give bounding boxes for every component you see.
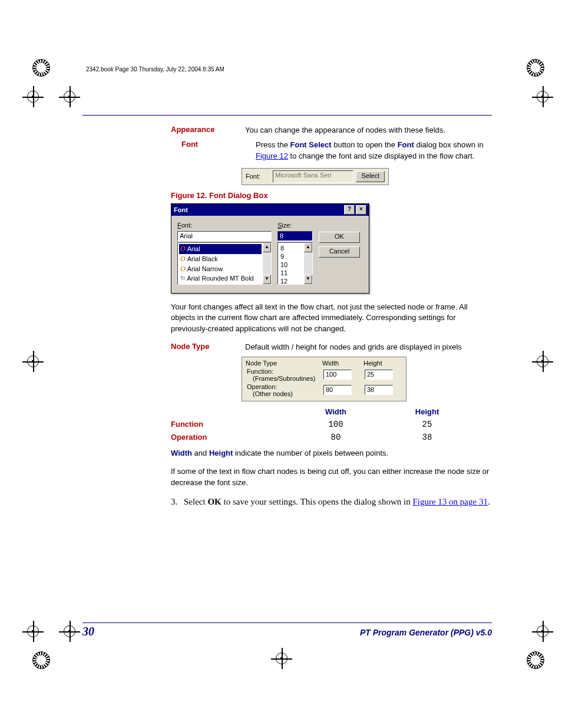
cutoff-paragraph: If some of the text in flow chart nodes … xyxy=(171,466,492,489)
font-dialog-titlebar: Font ? × xyxy=(171,204,369,216)
list-item[interactable]: 8 xyxy=(279,244,303,252)
crosshair-icon xyxy=(59,621,80,642)
crosshair-icon xyxy=(532,86,553,107)
crosshair-icon xyxy=(532,621,553,642)
font-bar-field[interactable]: Microsoft Sans Seri xyxy=(273,170,353,183)
scroll-down-icon[interactable]: ▼ xyxy=(304,275,312,284)
size-input[interactable]: 8 xyxy=(277,231,313,241)
page-number: 30 xyxy=(82,625,94,638)
function-height-input[interactable]: 25 xyxy=(365,370,393,380)
ok-button[interactable]: OK xyxy=(319,232,360,243)
truetype-icon: Tr xyxy=(180,284,185,285)
list-item[interactable]: 11 xyxy=(279,269,303,277)
opentype-icon: O xyxy=(180,245,186,253)
appearance-heading: Appearance xyxy=(171,125,214,134)
row-label: Function: (Frames/Subroutines) xyxy=(246,368,323,382)
opentype-icon: O xyxy=(180,255,186,263)
print-header: 2342.book Page 30 Thursday, July 22, 200… xyxy=(86,66,224,73)
appearance-text: You can change the appearance of nodes w… xyxy=(245,125,492,136)
scrollbar[interactable]: ▲ ▼ xyxy=(263,243,271,284)
table-row-operation: Operation xyxy=(171,433,207,442)
table-cell: 25 xyxy=(383,420,471,429)
list-item[interactable]: OArial Black xyxy=(179,254,262,264)
col-header-height: Height xyxy=(363,360,399,367)
figure-13-link[interactable]: Figure 13 on page 31 xyxy=(412,497,487,506)
font-field-label: Font: xyxy=(177,222,272,229)
font-text: Press the Font Select button to open the… xyxy=(256,140,492,162)
table-row-function: Function xyxy=(171,420,203,429)
col-header-nodetype: Node Type xyxy=(246,360,322,367)
nodetype-panel: Node Type Width Height Function: (Frames… xyxy=(242,357,406,401)
table-col-height: Height xyxy=(415,407,439,416)
table-cell: 80 xyxy=(289,433,383,442)
font-dialog-title: Font xyxy=(174,206,343,213)
crosshair-icon xyxy=(22,621,44,642)
step-3: 3. Select OK to save your settings. This… xyxy=(171,495,492,509)
font-bar: Font: Microsoft Sans Seri Select xyxy=(242,168,389,185)
font-list[interactable]: OArial OArial Black OArial Narrow TrAria… xyxy=(177,242,272,285)
crosshair-icon xyxy=(271,648,292,669)
page-rule xyxy=(82,115,492,116)
scroll-up-icon[interactable]: ▲ xyxy=(304,243,312,252)
list-item[interactable]: OArial xyxy=(179,244,262,254)
nodetype-text: Default width / height for nodes and gri… xyxy=(245,342,492,353)
book-title: PT Program Generator (PPG) v5.0 xyxy=(94,628,492,637)
list-item[interactable]: 12 xyxy=(279,277,303,285)
table-cell: 100 xyxy=(289,420,383,429)
nodetype-heading: Node Type xyxy=(171,342,210,351)
opentype-icon: O xyxy=(180,265,186,274)
operation-width-input[interactable]: 80 xyxy=(323,385,352,395)
registration-mark-icon xyxy=(32,651,50,669)
crosshair-icon xyxy=(59,86,80,107)
pixel-table: Width Height Function 100 25 Operation 8… xyxy=(171,407,471,442)
table-col-width: Width xyxy=(325,407,346,416)
registration-mark-icon xyxy=(527,651,544,669)
font-heading: Font xyxy=(181,140,198,149)
scroll-down-icon[interactable]: ▼ xyxy=(263,275,271,284)
list-item[interactable]: TrArial Rounded MT Bold xyxy=(179,274,262,282)
scroll-up-icon[interactable]: ▲ xyxy=(263,243,271,252)
cancel-button[interactable]: Cancel xyxy=(319,246,360,258)
scrollbar[interactable]: ▲ ▼ xyxy=(304,243,312,284)
list-item[interactable]: TrArial Unicode MS xyxy=(179,282,262,285)
operation-height-input[interactable]: 38 xyxy=(365,385,393,395)
col-header-width: Width xyxy=(322,360,363,367)
size-field-label: Size: xyxy=(277,222,313,229)
font-effect-paragraph: Your font changes affect all text in the… xyxy=(171,302,492,335)
font-select-button[interactable]: Select xyxy=(356,171,385,182)
step-number: 3. xyxy=(171,495,184,509)
figure-12-caption: Figure 12. Font Dialog Box xyxy=(171,191,492,200)
registration-mark-icon xyxy=(527,59,544,77)
font-name-input[interactable]: Arial xyxy=(177,231,272,241)
table-cell: 38 xyxy=(383,433,471,442)
registration-mark-icon xyxy=(32,59,50,77)
function-width-input[interactable]: 100 xyxy=(323,370,352,380)
truetype-icon: Tr xyxy=(180,275,185,281)
help-button[interactable]: ? xyxy=(344,205,355,215)
crosshair-icon xyxy=(532,351,553,372)
close-button[interactable]: × xyxy=(356,205,366,215)
crosshair-icon xyxy=(22,351,44,372)
list-item[interactable]: 9 xyxy=(279,252,303,261)
font-dialog: Font ? × Font: Arial OArial OArial Black… xyxy=(171,203,369,294)
size-list[interactable]: 8 9 10 11 12 ▲ ▼ xyxy=(277,242,313,285)
font-bar-label: Font: xyxy=(246,173,273,180)
page-footer: 30 PT Program Generator (PPG) v5.0 xyxy=(82,622,492,638)
figure-12-link[interactable]: Figure 12 xyxy=(256,151,288,160)
crosshair-icon xyxy=(22,86,44,107)
row-label: Operation: (Other nodes) xyxy=(246,383,323,397)
list-item[interactable]: OArial Narrow xyxy=(179,264,262,274)
list-item[interactable]: 10 xyxy=(279,261,303,269)
width-height-sentence: Width and Height indicate the number of … xyxy=(171,448,492,459)
